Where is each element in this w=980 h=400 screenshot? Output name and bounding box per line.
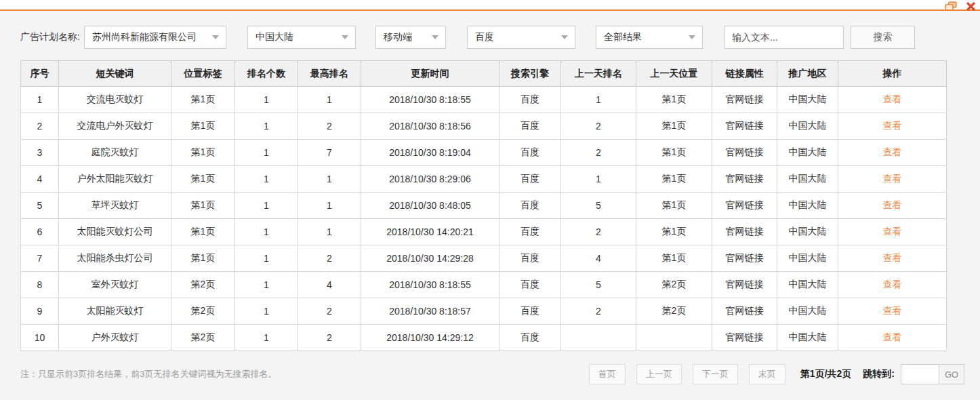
table-cell: [561, 325, 636, 351]
view-link[interactable]: 查看: [883, 173, 902, 184]
table-cell: 户外太阳能灭蚊灯: [59, 166, 171, 193]
chevron-down-icon: [432, 35, 438, 39]
table-cell: 2: [561, 219, 636, 245]
table-cell: 3: [21, 140, 59, 166]
table-cell: 第1页: [171, 87, 235, 113]
table-cell: 1: [235, 298, 298, 325]
table-cell: 百度: [499, 193, 561, 219]
table-cell: 中国大陆: [777, 272, 838, 298]
table-cell: 第1页: [636, 113, 712, 140]
table-cell: 庭院灭蚊灯: [59, 140, 171, 166]
table-cell: 2: [298, 325, 361, 351]
table-cell: 官网链接: [712, 140, 777, 166]
chevron-down-icon: [561, 35, 568, 39]
table-cell: 2018/10/30 8:48:05: [361, 193, 499, 219]
chevron-down-icon: [342, 35, 348, 39]
jump-page-input[interactable]: [901, 364, 939, 384]
device-select[interactable]: 移动端: [375, 26, 446, 49]
table-cell: 官网链接: [712, 298, 777, 325]
campaign-name-label: 广告计划名称:: [20, 31, 80, 43]
table-header-row: 序号短关键词位置标签排名个数最高排名更新时间搜索引擎上一天排名上一天位置链接属性…: [21, 61, 947, 87]
table-cell: 中国大陆: [777, 193, 838, 219]
table-cell: 1: [235, 166, 298, 193]
titlebar: [0, 0, 980, 11]
view-link[interactable]: 查看: [883, 305, 902, 316]
table-cell: 第1页: [171, 245, 235, 272]
view-link[interactable]: 查看: [883, 279, 902, 289]
table-cell: 1: [235, 140, 298, 166]
ranking-note: 注：只显示前3页排名结果，前3页无排名关键词视为无搜索排名。: [20, 368, 589, 380]
table-cell: 2018/10/30 8:19:04: [361, 140, 499, 166]
view-link[interactable]: 查看: [883, 120, 902, 131]
table-cell: 9: [21, 298, 59, 325]
region-select[interactable]: 中国大陆: [247, 26, 356, 49]
last-page-button[interactable]: 末页: [749, 364, 785, 384]
table-cell: 中国大陆: [777, 166, 838, 193]
table-cell: 官网链接: [712, 272, 777, 298]
table-cell: 2018/10/30 14:20:21: [361, 219, 499, 245]
table-cell: 7: [298, 140, 361, 166]
restore-window-icon[interactable]: [945, 1, 957, 12]
action-cell: 查看: [838, 272, 947, 298]
table-cell: 1: [235, 272, 298, 298]
table-cell: 2: [298, 298, 361, 325]
column-header: 短关键词: [59, 61, 171, 87]
search-engine-select[interactable]: 百度: [467, 26, 575, 49]
column-header: 搜索引擎: [499, 61, 561, 87]
action-cell: 查看: [838, 245, 947, 272]
table-cell: 1: [235, 113, 298, 140]
table-cell: 1: [235, 87, 298, 113]
next-page-button[interactable]: 下一页: [693, 364, 738, 384]
table-cell: 2018/10/30 8:18:55: [361, 272, 499, 298]
table-cell: 第1页: [171, 193, 235, 219]
table-cell: 第1页: [636, 87, 712, 113]
campaign-select[interactable]: 苏州尚科新能源有限公司: [84, 26, 226, 49]
search-input[interactable]: [724, 26, 844, 49]
view-link[interactable]: 查看: [883, 332, 902, 342]
table-cell: 4: [298, 272, 361, 298]
table-row: 9太阳能灭蚊灯第2页122018/10/30 8:18:57百度2第2页官网链接…: [21, 298, 947, 325]
table-cell: 2: [298, 245, 361, 272]
action-cell: 查看: [838, 219, 947, 245]
table-cell: 1: [235, 193, 298, 219]
table-cell: 1: [298, 87, 361, 113]
first-page-button[interactable]: 首页: [589, 364, 626, 384]
table-cell: 4: [561, 245, 636, 272]
chevron-down-icon: [689, 35, 695, 39]
table-cell: 第1页: [171, 219, 235, 245]
view-link[interactable]: 查看: [883, 226, 902, 237]
table-cell: 官网链接: [712, 166, 777, 193]
table-cell: 第1页: [636, 166, 712, 193]
view-link[interactable]: 查看: [883, 146, 902, 157]
table-cell: 2: [561, 113, 636, 140]
action-cell: 查看: [838, 193, 947, 219]
table-cell: 第1页: [636, 140, 712, 166]
table-row: 8室外灭蚊灯第2页142018/10/30 8:18:55百度5第2页官网链接中…: [21, 272, 947, 298]
table-cell: 1: [561, 87, 636, 113]
view-link[interactable]: 查看: [883, 252, 902, 263]
view-link[interactable]: 查看: [883, 199, 902, 210]
table-cell: 2018/10/30 8:29:06: [361, 166, 499, 193]
table-row: 3庭院灭蚊灯第1页172018/10/30 8:19:04百度2第1页官网链接中…: [21, 140, 947, 166]
close-icon[interactable]: [964, 1, 977, 12]
result-type-select[interactable]: 全部结果: [596, 26, 703, 49]
table-cell: 太阳能灭蚊灯: [59, 298, 171, 325]
prev-page-button[interactable]: 上一页: [636, 364, 682, 384]
table-cell: 百度: [499, 166, 561, 193]
table-cell: 1: [298, 193, 361, 219]
table-cell: 1: [298, 166, 361, 193]
table-cell: 第1页: [636, 219, 712, 245]
table-cell: 第1页: [171, 113, 235, 140]
table-cell: 第2页: [636, 272, 712, 298]
table-cell: 2: [21, 113, 59, 140]
chevron-down-icon: [212, 35, 219, 39]
view-link[interactable]: 查看: [883, 94, 902, 104]
table-cell: 5: [561, 272, 636, 298]
go-button[interactable]: GO: [939, 364, 964, 384]
search-button[interactable]: 搜索: [851, 26, 915, 49]
table-row: 10户外灭蚊灯第2页122018/10/30 14:29:12百度官网链接中国大…: [21, 325, 947, 351]
table-cell: 1: [21, 87, 59, 113]
table-cell: 交流电户外灭蚊灯: [59, 113, 171, 140]
column-header: 最高排名: [298, 61, 361, 87]
table-row: 2交流电户外灭蚊灯第1页122018/10/30 8:18:56百度2第1页官网…: [21, 113, 947, 140]
